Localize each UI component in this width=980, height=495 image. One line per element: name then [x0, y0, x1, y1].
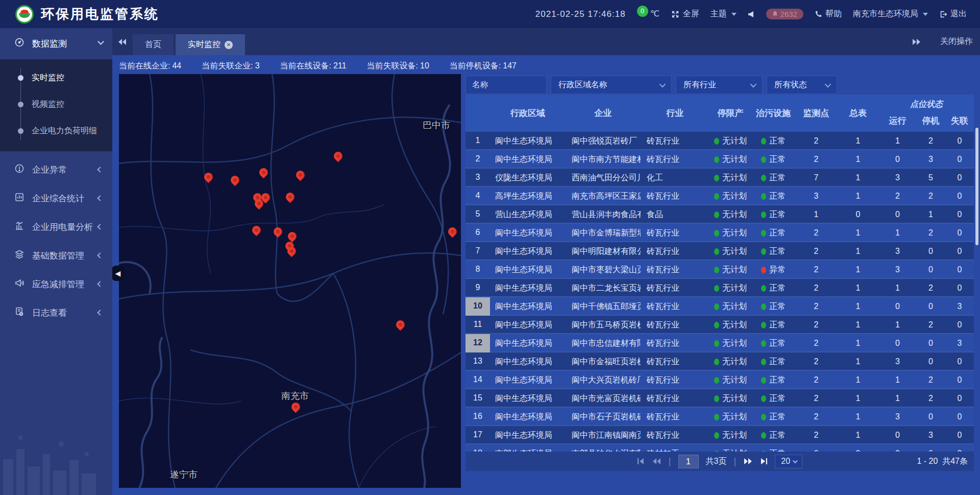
temperature-unit: ℃: [650, 9, 659, 18]
tabs-scroll-left-button[interactable]: [112, 28, 133, 55]
tab-close-icon[interactable]: ✕: [225, 41, 233, 49]
tabs-scroll-right-button[interactable]: [906, 28, 927, 55]
tab-realtime-monitoring[interactable]: 实时监控 ✕: [176, 34, 245, 55]
table-scrollbar-thumb[interactable]: [975, 128, 978, 245]
theme-dropdown[interactable]: 主题: [710, 9, 737, 19]
cell-stop-status: 无计划: [709, 283, 751, 294]
tab-home[interactable]: 首页: [133, 34, 174, 55]
table-row[interactable]: 13阆中生态环境局阆中市金福旺页岩机砖砖瓦行业无计划正常21300: [465, 352, 974, 371]
table-row[interactable]: 9阆中生态环境局阆中市二龙长宝页岩砖砖瓦行业无计划正常21120: [465, 279, 974, 297]
sidebar: 数据监测 实时监控 视频监控 企业电力负荷明细 企业异常 企业综合统计 企业用电…: [0, 28, 112, 495]
region-select[interactable]: 行政区域名称: [551, 76, 672, 94]
cell-industry: 砖瓦行业: [641, 265, 709, 275]
status-dot-icon: [714, 377, 719, 384]
mute-speaker-button[interactable]: [748, 11, 755, 18]
cell-industry: 化工: [641, 173, 709, 183]
org-dropdown[interactable]: 南充市生态环境局: [853, 9, 928, 19]
cell-stopped-count: 5: [916, 173, 945, 182]
cell-lost-count: 0: [945, 412, 974, 421]
tab-bar: 首页 实时监控 ✕ 关闭操作: [112, 28, 980, 55]
previous-page-button[interactable]: [652, 458, 662, 465]
table-row[interactable]: 5营山生态环境局营山县润丰肉食品有限食品无计划正常10010: [465, 205, 974, 224]
cell-run-count: 1: [879, 136, 916, 146]
table-row[interactable]: 2阆中生态环境局阆中市南方节能建材有砖瓦行业无计划正常21030: [465, 150, 974, 169]
industry-select-value: 所有行业: [683, 80, 716, 90]
close-operations-button[interactable]: 关闭操作: [940, 36, 973, 47]
first-page-button[interactable]: [637, 458, 645, 465]
table-row[interactable]: 6阆中生态环境局阆中市金博瑞新型墙材砖瓦行业无计划正常21120: [465, 224, 974, 242]
sidebar-item-emergency-reduction[interactable]: 应急减排管理: [0, 270, 112, 298]
sidebar-item-label: 日志查看: [32, 307, 67, 319]
page-size-select[interactable]: 20: [775, 455, 802, 468]
name-search-input[interactable]: [465, 76, 547, 94]
chevron-left-icon: [97, 167, 103, 172]
status-dot-icon: [761, 322, 766, 328]
sidebar-item-log-view[interactable]: 日志查看: [0, 298, 112, 327]
cell-company: 阆中市忠信建材有限公: [566, 338, 641, 349]
sidebar-item-realtime-monitoring[interactable]: 实时监控: [0, 64, 112, 91]
industry-select[interactable]: 所有行业: [676, 76, 763, 94]
table-row[interactable]: 12阆中生态环境局阆中市忠信建材有限公砖瓦行业无计划正常21003: [465, 334, 974, 352]
page-number-input[interactable]: 1: [678, 455, 699, 468]
cell-stop-status: 无计划: [709, 301, 751, 312]
row-index: 8: [465, 261, 490, 279]
cell-industry: 食品: [641, 209, 709, 220]
sidebar-item-enterprise-abnormal[interactable]: 企业异常: [0, 155, 112, 184]
map-collapse-button[interactable]: ◀: [112, 266, 124, 281]
fullscreen-button[interactable]: 全屏: [671, 9, 699, 19]
table-row[interactable]: 14阆中生态环境局阆中大兴页岩机砖厂砖瓦行业无计划正常21120: [465, 371, 974, 389]
header-total: 总表: [837, 107, 879, 119]
cell-run-count: 1: [879, 284, 916, 293]
table-row[interactable]: 7阆中生态环境局阆中明阳建材有限公司砖瓦行业无计划正常21300: [465, 242, 974, 261]
map-panel[interactable]: 巴中市 南充市 遂宁市: [119, 74, 461, 488]
cell-company: 阆中千佛镇五郎垭页岩: [566, 301, 641, 312]
status-dot-icon: [761, 193, 766, 200]
help-button[interactable]: 帮助: [815, 9, 842, 19]
status-dot-icon: [714, 156, 719, 163]
row-index: 17: [465, 426, 490, 444]
table-row[interactable]: 16阆中生态环境局阆中市石子页岩机砖厂砖瓦行业无计划正常21300: [465, 408, 974, 426]
sidebar-item-power-usage-analysis[interactable]: 企业用电量分析: [0, 213, 112, 241]
status-dot-icon: [761, 414, 766, 420]
log-file-icon: [14, 307, 24, 319]
pagination-bar: | 1 共3页 | 20 1 - 20 共47条: [465, 452, 974, 471]
header-point-status-group: 点位状态: [879, 99, 974, 110]
table-row[interactable]: 3仪陇生态环境局西南油气田分公司川中化工无计划正常71350: [465, 169, 974, 187]
chevron-down-icon: [97, 38, 104, 45]
table-row[interactable]: 11阆中生态环境局阆中市五马桥页岩机砖砖瓦行业无计划正常21120: [465, 316, 974, 334]
temperature-badge: 0: [637, 6, 648, 17]
cell-stop-status: 无计划: [709, 338, 751, 349]
chevron-left-icon: [97, 195, 103, 201]
table-row[interactable]: 4高坪生态环境局南充市高坪区王家店建砖瓦行业无计划正常31220: [465, 187, 974, 205]
enterprise-table-panel: 行政区域名称 所有行业 所有状态 行政区域 企业 行业 停限产 治污设施 监测点…: [465, 55, 974, 495]
sidebar-item-base-data-management[interactable]: 基础数据管理: [0, 241, 112, 270]
sidebar-item-video-monitoring[interactable]: 视频监控: [0, 91, 112, 117]
table-row[interactable]: 17阆中生态环境局阆中市江南镇阆南页岩砖瓦行业无计划正常21030: [465, 426, 974, 444]
notification-badge[interactable]: 2632: [766, 9, 803, 19]
next-page-button[interactable]: [743, 458, 752, 465]
table-row[interactable]: 15阆中生态环境局阆中市光富页岩机砖厂砖瓦行业无计划正常21120: [465, 389, 974, 408]
cell-lost-count: 0: [945, 265, 974, 274]
status-select[interactable]: 所有状态: [767, 76, 837, 94]
table-row[interactable]: 18南部生态环境局南部县砂华水泥有限公建材加工无计划正常60060: [465, 444, 974, 452]
gauge-icon: [14, 37, 24, 50]
sidebar-item-enterprise-statistics[interactable]: 企业综合统计: [0, 184, 112, 213]
status-dot-icon: [714, 322, 719, 328]
status-dot-icon: [714, 175, 719, 181]
cell-monitor-count: 2: [795, 302, 837, 311]
cell-run-count: 1: [879, 228, 916, 238]
cell-facility-status: 正常: [751, 320, 795, 331]
speaker-muted-icon: [748, 11, 755, 18]
chevron-left-icon: [97, 252, 103, 258]
cell-lost-count: 0: [945, 155, 974, 164]
cell-lost-count: 0: [945, 375, 974, 385]
table-row[interactable]: 1阆中生态环境局阆中强锐页岩砖厂砖瓦行业无计划正常21120: [465, 132, 974, 150]
sidebar-item-power-load-detail[interactable]: 企业电力负荷明细: [0, 117, 112, 144]
table-row[interactable]: 10阆中生态环境局阆中千佛镇五郎垭页岩砖瓦行业无计划正常21003: [465, 297, 974, 316]
cell-run-count: 3: [879, 265, 916, 274]
last-page-button[interactable]: [760, 458, 768, 465]
table-row[interactable]: 8阆中生态环境局阆中市枣碧大梁山页岩砖瓦行业无计划异常21300: [465, 261, 974, 279]
cell-region: 营山生态环境局: [490, 209, 566, 220]
sidebar-item-data-monitoring[interactable]: 数据监测: [0, 28, 112, 59]
exit-button[interactable]: 退出: [939, 9, 967, 19]
